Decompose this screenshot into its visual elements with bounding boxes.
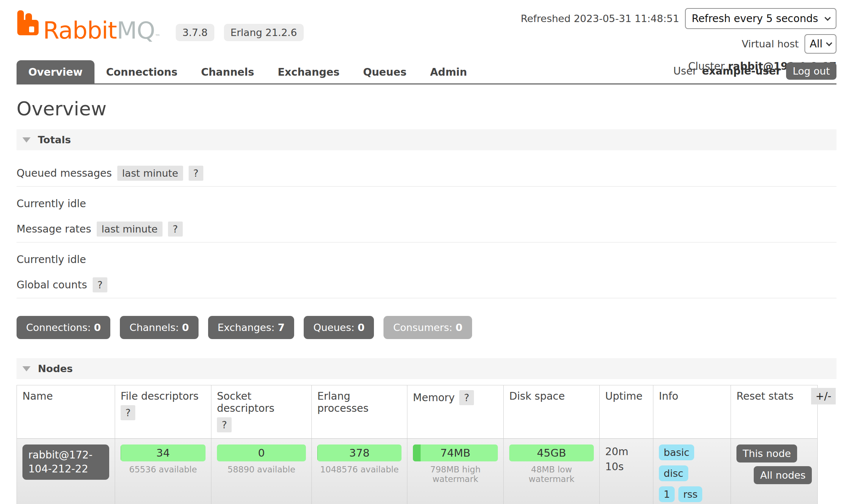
file-descriptors-help-icon[interactable]: ? [121, 405, 135, 420]
nodes-table-header-row: Name File descriptors? Socket descriptor… [17, 385, 818, 439]
virtual-host-label: Virtual host [742, 38, 799, 50]
socket-descriptors-cell: 0 58890 available [211, 439, 312, 504]
col-socket-descriptors: Socket descriptors? [211, 385, 312, 439]
tab-queues[interactable]: Queues [351, 60, 418, 83]
refreshed-timestamp: Refreshed 2023-05-31 11:48:51 [521, 13, 679, 24]
tab-connections[interactable]: Connections [94, 60, 189, 83]
totals-section-header[interactable]: Totals [17, 129, 836, 150]
tab-admin[interactable]: Admin [418, 60, 479, 83]
memory-help-icon[interactable]: ? [459, 390, 474, 405]
message-rates-heading: Message rates last minute ? [17, 222, 836, 242]
col-erlang-processes: Erlang processes [312, 385, 407, 439]
queued-messages-range-badge: last minute [117, 166, 183, 181]
col-uptime: Uptime [600, 385, 653, 439]
nodes-table: Name File descriptors? Socket descriptor… [17, 385, 818, 504]
col-file-descriptors: File descriptors? [115, 385, 211, 439]
message-rates-idle-status: Currently idle [17, 253, 836, 266]
tab-channels[interactable]: Channels [189, 60, 266, 83]
rabbitmq-logo[interactable]: RabbitMQ™ [17, 10, 160, 42]
user-name: example-user [702, 65, 781, 77]
col-memory: Memory? [407, 385, 504, 439]
socket-descriptors-bar: 0 [217, 444, 306, 461]
header: RabbitMQ™ 3.7.8 Erlang 21.2.6 Refreshed … [0, 0, 853, 60]
message-rates-range-badge: last minute [97, 222, 163, 237]
info-badge-rss: rss [678, 486, 702, 502]
chevron-down-icon [826, 40, 832, 46]
disk-space-cell: 45GB 48MB low watermark [504, 439, 600, 504]
disk-space-bar: 45GB [509, 444, 594, 461]
col-reset-stats: Reset stats [731, 385, 818, 439]
virtual-host-select[interactable]: All [804, 34, 836, 54]
info-badge-basic: basic [659, 444, 694, 460]
queued-messages-idle-status: Currently idle [17, 198, 836, 210]
erlang-processes-bar: 378 [317, 444, 401, 461]
chevron-down-icon [825, 14, 831, 21]
rabbitmq-overview-page: RabbitMQ™ 3.7.8 Erlang 21.2.6 Refreshed … [0, 0, 853, 504]
memory-bar: 74MB [413, 444, 498, 461]
node-row: rabbit@172-104-212-22 34 65536 available… [17, 439, 818, 504]
consumers-count-button[interactable]: Consumers: 0 [383, 316, 472, 339]
refresh-interval-select[interactable]: Refresh every 5 seconds [685, 8, 836, 29]
uptime-cell: 20m 10s [600, 439, 653, 504]
global-counts-heading: Global counts ? [17, 277, 836, 298]
col-disk-space: Disk space [504, 385, 600, 439]
message-rates-help-icon[interactable]: ? [168, 222, 183, 237]
file-descriptors-bar: 34 [121, 444, 206, 461]
rabbitmq-version-badge: 3.7.8 [176, 24, 214, 41]
file-descriptors-cell: 34 65536 available [115, 439, 211, 504]
tab-exchanges[interactable]: Exchanges [266, 60, 351, 83]
socket-descriptors-help-icon[interactable]: ? [217, 417, 232, 432]
col-info: Info [653, 385, 731, 439]
channels-count-button[interactable]: Channels: 0 [120, 316, 198, 339]
logout-button[interactable]: Log out [786, 62, 836, 80]
page-title: Overview [17, 98, 836, 120]
erlang-processes-cell: 378 1048576 available [312, 439, 407, 504]
nodes-section-header[interactable]: Nodes [17, 358, 836, 379]
global-counts-buttons: Connections: 0 Channels: 0 Exchanges: 7 … [17, 316, 836, 339]
global-counts-help-icon[interactable]: ? [93, 277, 107, 292]
tab-overview[interactable]: Overview [17, 60, 94, 83]
col-name: Name [17, 385, 115, 439]
reset-this-node-button[interactable]: This node [736, 444, 797, 462]
erlang-version-badge: Erlang 21.2.6 [224, 24, 304, 41]
logo-wordmark: RabbitMQ™ [43, 19, 160, 42]
reset-stats-cell: This node All nodes [731, 439, 818, 504]
info-badge-disc: disc [659, 465, 688, 481]
info-badge-1: 1 [659, 486, 675, 502]
collapse-triangle-icon [22, 137, 31, 143]
main-nav-tabs: Overview Connections Channels Exchanges … [17, 60, 836, 84]
queued-messages-heading: Queued messages last minute ? [17, 166, 836, 187]
memory-cell: 74MB 798MB high watermark [407, 439, 504, 504]
reset-all-nodes-button[interactable]: All nodes [754, 466, 812, 484]
info-cell: basicdisc 1rss [653, 439, 731, 504]
column-toggle-button[interactable]: +/- [811, 388, 836, 404]
queued-messages-help-icon[interactable]: ? [189, 166, 203, 181]
connections-count-button[interactable]: Connections: 0 [17, 316, 110, 339]
rabbit-logo-icon [17, 10, 39, 42]
exchanges-count-button[interactable]: Exchanges: 7 [208, 316, 294, 339]
collapse-triangle-icon [22, 366, 31, 371]
user-label: User [673, 65, 697, 77]
queues-count-button[interactable]: Queues: 0 [304, 316, 374, 339]
node-name-badge[interactable]: rabbit@172-104-212-22 [22, 444, 109, 480]
main-content: Overview Totals Queued messages last min… [0, 98, 853, 504]
